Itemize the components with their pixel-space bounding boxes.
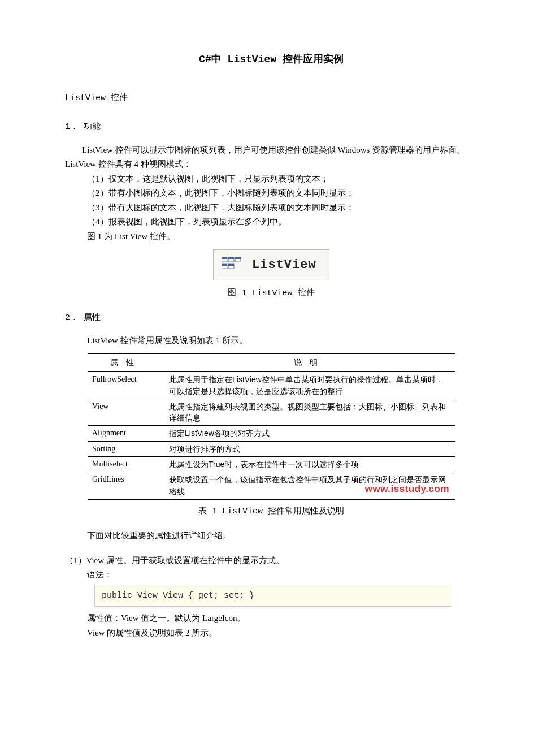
col-description: 说明 xyxy=(164,353,455,371)
view-table-ref: View 的属性值及说明如表 2 所示。 xyxy=(65,626,477,641)
table-row: Alignment 指定ListView各项的对齐方式 xyxy=(88,426,455,441)
prop-name: Alignment xyxy=(88,426,164,441)
section-2-number: 2． xyxy=(65,313,79,323)
col-property: 属性 xyxy=(88,353,164,371)
section-1-heading: 1． 功能 xyxy=(65,120,477,135)
page-title: C#中 ListView 控件应用实例 xyxy=(65,51,477,68)
section-2-title: 属性 xyxy=(84,313,101,323)
syntax-label: 语法： xyxy=(65,568,477,582)
prop-desc: 此属性设为True时，表示在控件中一次可以选择多个项 xyxy=(164,457,455,472)
property-table: 属性 说明 FullrowSelect 此属性用于指定在ListView控件中单… xyxy=(88,353,455,500)
listview-label: ListView xyxy=(252,258,316,272)
listview-toolbox-item: ListView xyxy=(213,249,329,280)
table-1-wrap: 属性 说明 FullrowSelect 此属性用于指定在ListView控件中单… xyxy=(65,353,477,500)
section-1-item-2: （2）带有小图标的文本，此视图下，小图标随列表项的文本同时显示； xyxy=(65,186,477,201)
svg-rect-3 xyxy=(228,257,234,259)
section-1-item-4: （4）报表视图，此视图下，列表项显示在多个列中。 xyxy=(65,215,477,230)
figure-1-caption: 图 1 ListView 控件 xyxy=(65,286,477,301)
svg-rect-5 xyxy=(235,257,241,259)
after-table-text: 下面对比较重要的属性进行详细介绍。 xyxy=(65,529,477,543)
view-value-text: 属性值：View 值之一。默认为 LargeIcon。 xyxy=(65,611,477,626)
figure-1: ListView xyxy=(65,249,477,280)
section-2-heading: 2． 属性 xyxy=(65,311,477,326)
table-header-row: 属性 说明 xyxy=(88,353,455,371)
section-1-paragraph: ListView 控件可以显示带图标的项列表，用户可使用该控件创建类似 Wind… xyxy=(65,143,477,172)
section-2-lead: ListView 控件常用属性及说明如表 1 所示。 xyxy=(65,334,477,348)
svg-rect-9 xyxy=(228,264,234,266)
prop-name: Sorting xyxy=(88,441,164,456)
code-block: public View View { get; set; } xyxy=(94,585,451,607)
table-row: GridLines 获取或设置一个值，该值指示在包含控件中项及其子项的行和列之间… xyxy=(88,472,455,499)
table-1-caption: 表 1 ListView 控件常用属性及说明 xyxy=(65,504,477,519)
prop-desc: 获取或设置一个值，该值指示在包含控件中项及其子项的行和列之间是否显示网格线 xyxy=(164,472,455,499)
figure-1-reference: 图 1 为 List View 控件。 xyxy=(65,230,477,244)
prop-name: View xyxy=(88,399,164,426)
table-row: Sorting 对项进行排序的方式 xyxy=(88,441,455,456)
document-page: C#中 ListView 控件应用实例 ListView 控件 1． 功能 Li… xyxy=(0,0,534,756)
section-1-number: 1． xyxy=(65,122,79,132)
prop-desc: 此属性用于指定在ListView控件中单击某项时要执行的操作过程。单击某项时，可… xyxy=(164,371,455,399)
listview-icon xyxy=(222,257,241,273)
table-row: View 此属性指定将建列表视图的类型。视图类型主要包括：大图标、小图标、列表和… xyxy=(88,399,455,426)
subtitle: ListView 控件 xyxy=(65,91,477,106)
table-row: Multiselect 此属性设为True时，表示在控件中一次可以选择多个项 xyxy=(88,457,455,472)
svg-rect-7 xyxy=(222,264,227,266)
table-row: FullrowSelect 此属性用于指定在ListView控件中单击某项时要执… xyxy=(88,371,455,399)
section-1-title: 功能 xyxy=(84,122,101,132)
prop-desc: 对项进行排序的方式 xyxy=(164,441,455,456)
prop-name: Multiselect xyxy=(88,457,164,472)
section-1-item-3: （3）带有大图标的文本，此视图下，大图标随列表项的文本同时显示； xyxy=(65,201,477,215)
section-1-item-1: （1）仅文本，这是默认视图，此视图下，只显示列表项的文本； xyxy=(65,172,477,187)
svg-rect-1 xyxy=(222,257,227,259)
prop-desc: 指定ListView各项的对齐方式 xyxy=(164,426,455,441)
view-property-heading: （1）View 属性。用于获取或设置项在控件中的显示方式。 xyxy=(65,554,477,568)
prop-desc: 此属性指定将建列表视图的类型。视图类型主要包括：大图标、小图标、列表和详细信息 xyxy=(164,399,455,426)
prop-name: GridLines xyxy=(88,472,164,499)
prop-name: FullrowSelect xyxy=(88,371,164,399)
